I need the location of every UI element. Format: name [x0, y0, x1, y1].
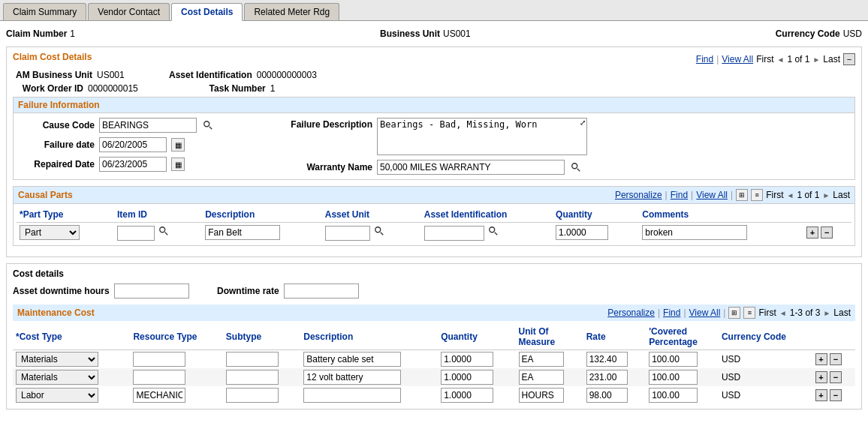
maint-covered-pct-input[interactable] — [649, 352, 698, 367]
ccd-nav: Find | View All First ◄ 1 of 1 ► Last − — [696, 53, 855, 65]
causal-table-row: Part + — [17, 223, 851, 243]
causal-description-input[interactable] — [205, 225, 280, 240]
svg-point-4 — [160, 227, 165, 232]
maint-add-row-button[interactable]: + — [815, 371, 827, 383]
maint-description-input[interactable] — [303, 370, 401, 385]
cause-code-label: Cause Code — [20, 120, 95, 130]
maint-quantity-input[interactable] — [441, 388, 493, 403]
maint-actions-cell: + − — [812, 368, 855, 386]
tab-related-meter-rdg[interactable]: Related Meter Rdg — [244, 3, 339, 20]
causal-asset-id-search[interactable] — [487, 224, 500, 238]
work-order-value: 0000000015 — [88, 83, 138, 94]
maint-rate-input[interactable] — [586, 388, 628, 403]
maint-grid-icon[interactable]: ⊞ — [728, 307, 740, 319]
downtime-rate-input[interactable] — [284, 284, 359, 298]
maint-covered-pct-input[interactable] — [649, 370, 698, 385]
maint-add-row-button[interactable]: + — [815, 389, 827, 401]
maint-find-link[interactable]: Find — [663, 308, 680, 318]
tab-cost-details[interactable]: Cost Details — [171, 3, 243, 21]
causal-add-row-button[interactable]: + — [806, 226, 818, 238]
maint-next-arrow[interactable]: ► — [823, 309, 830, 317]
warranty-search-button[interactable] — [569, 160, 583, 174]
maint-remove-row-button[interactable]: − — [830, 353, 842, 365]
causal-actions-cell: + − — [803, 223, 851, 243]
maint-uom-input[interactable] — [519, 352, 564, 367]
causal-prev-arrow[interactable]: ◄ — [786, 191, 794, 200]
warranty-name-input[interactable] — [377, 160, 565, 175]
causal-find-link[interactable]: Find — [671, 190, 688, 200]
repaired-date-input[interactable] — [99, 157, 167, 172]
failure-body: Cause Code Failure date — [14, 113, 854, 179]
maint-chart-icon[interactable]: ≡ — [743, 307, 755, 319]
causal-item-id-search[interactable] — [157, 224, 170, 238]
maint-currency-cell: USD — [719, 350, 812, 369]
tab-vendor-contact[interactable]: Vendor Contact — [88, 3, 170, 20]
causal-quantity-input[interactable] — [556, 225, 608, 240]
maint-description-input[interactable] — [303, 388, 401, 403]
ccd-view-all-link[interactable]: View All — [722, 54, 753, 64]
ccd-header: Claim Cost Details Find | View All First… — [13, 52, 855, 67]
causal-asset-unit-search[interactable] — [372, 224, 386, 238]
svg-line-5 — [165, 232, 168, 236]
maint-rate-input[interactable] — [586, 370, 628, 385]
col-asset-unit: Asset Unit — [322, 207, 421, 223]
maint-remove-row-button[interactable]: − — [830, 371, 842, 383]
asset-downtime-input[interactable] — [114, 284, 189, 298]
maint-add-row-button[interactable]: + — [815, 353, 827, 365]
claim-number-field: Claim Number 1 — [6, 28, 75, 39]
ccd-prev-arrow[interactable]: ◄ — [776, 56, 784, 64]
ccd-collapse-button[interactable]: − — [843, 53, 855, 65]
currency-code-value: USD — [843, 28, 862, 39]
cost-details-fields: Asset downtime hours Downtime rate — [13, 284, 855, 298]
causal-chart-icon[interactable]: ≡ — [751, 189, 763, 201]
maint-personalize-link[interactable]: Personalize — [607, 308, 655, 318]
maint-uom-input[interactable] — [519, 388, 564, 403]
maint-uom-cell — [516, 350, 583, 369]
maint-covered-pct-input[interactable] — [649, 388, 698, 403]
ccd-find-link[interactable]: Find — [696, 54, 713, 64]
maint-view-all-link[interactable]: View All — [689, 308, 721, 318]
causal-remove-row-button[interactable]: − — [821, 226, 833, 238]
maint-subtype-input[interactable] — [226, 352, 279, 367]
maint-description-input[interactable] — [303, 352, 401, 367]
maint-subtype-input[interactable] — [226, 370, 279, 385]
maint-remove-row-button[interactable]: − — [830, 389, 842, 401]
ccd-next-arrow[interactable]: ► — [812, 56, 820, 64]
cause-code-search-button[interactable] — [201, 118, 215, 132]
causal-asset-id-input[interactable] — [424, 226, 484, 241]
causal-part-type-select[interactable]: Part — [20, 225, 80, 240]
maint-quantity-input[interactable] — [441, 352, 493, 367]
failure-date-calendar-button[interactable]: ▦ — [171, 138, 185, 152]
maint-quantity-input[interactable] — [441, 370, 493, 385]
maint-uom-cell — [516, 368, 583, 386]
maint-covered-pct-cell — [646, 386, 719, 404]
maint-resource-type-input[interactable] — [133, 388, 185, 403]
causal-asset-unit-input[interactable] — [325, 226, 370, 241]
maint-subtype-input[interactable] — [226, 388, 279, 403]
causal-grid-icon[interactable]: ⊞ — [736, 189, 748, 201]
causal-next-arrow[interactable]: ► — [822, 191, 830, 200]
maint-cost-type-select[interactable]: Materials — [16, 352, 98, 367]
maint-rate-input[interactable] — [586, 352, 628, 367]
maint-covered-pct-cell — [646, 350, 719, 369]
cause-code-input[interactable] — [99, 118, 197, 133]
tab-claim-summary[interactable]: Claim Summary — [3, 3, 86, 20]
causal-view-all-link[interactable]: View All — [696, 190, 728, 200]
repaired-date-calendar-button[interactable]: ▦ — [171, 158, 185, 171]
maint-uom-input[interactable] — [519, 370, 564, 385]
maint-cost-type-select[interactable]: Materials — [16, 370, 98, 385]
col-part-type: *Part Type — [17, 207, 114, 223]
causal-comments-input[interactable] — [642, 225, 747, 240]
causal-parts-body: Part + — [17, 223, 851, 243]
causal-personalize-link[interactable]: Personalize — [615, 190, 662, 200]
causal-item-id-input[interactable] — [117, 226, 155, 241]
maint-resource-type-input[interactable] — [133, 370, 185, 385]
maint-prev-arrow[interactable]: ◄ — [779, 309, 787, 317]
maint-resource-type-input[interactable] — [133, 352, 185, 367]
failure-date-input[interactable] — [99, 137, 167, 152]
ccd-nav-last: Last — [823, 54, 840, 64]
maint-cost-type-select[interactable]: Labor — [16, 388, 98, 403]
failure-desc-expand-icon[interactable]: ⤢ — [580, 118, 586, 127]
failure-description-textarea[interactable]: Bearings - Bad, Missing, Worn — [377, 118, 587, 155]
maint-currency-cell: USD — [719, 386, 812, 404]
